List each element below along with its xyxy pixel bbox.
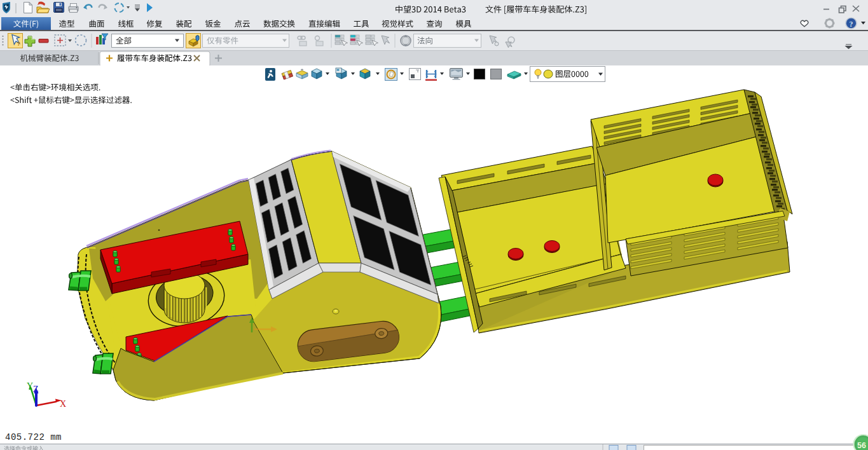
svg-text:56: 56: [857, 441, 866, 450]
svg-text:Y: Y: [27, 381, 33, 391]
svg-text:X: X: [60, 399, 66, 409]
svg-text:Z: Z: [33, 385, 39, 394]
svg-text:?: ?: [850, 20, 853, 29]
svg-text:?: ?: [17, 41, 21, 47]
